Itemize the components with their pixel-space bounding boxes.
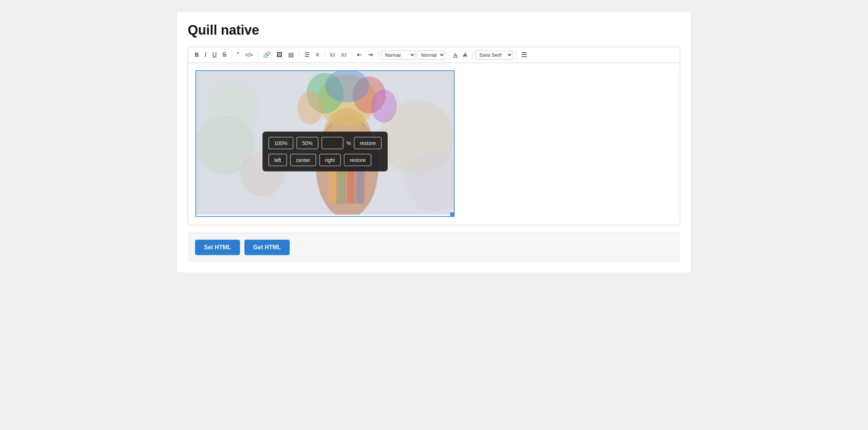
font-family-select[interactable]: Sans Serif Serif Monospace: [475, 50, 513, 60]
editor-content[interactable]: 100% 50% % restore left center right res…: [188, 63, 680, 225]
font-bg-color-button[interactable]: Ā: [461, 51, 469, 59]
separator-5: [352, 51, 352, 59]
link-button[interactable]: 🔗: [261, 50, 273, 59]
code-button[interactable]: </>: [243, 51, 255, 59]
size-50-button[interactable]: 50%: [296, 137, 318, 149]
indent-increase-button[interactable]: ⇥: [366, 50, 375, 59]
percent-label: %: [346, 140, 351, 146]
set-html-button[interactable]: Set HTML: [195, 240, 240, 255]
align-right-button[interactable]: right: [319, 154, 341, 166]
italic-button[interactable]: I: [202, 50, 209, 59]
separator-6: [378, 51, 378, 59]
bullet-list-button[interactable]: ≡: [313, 50, 321, 59]
align-button[interactable]: ☰: [519, 50, 529, 60]
image-toolbar-size-row: 100% 50% % restore: [268, 137, 382, 149]
separator-3: [299, 51, 299, 59]
page-container: Quill native B I U S “ </> 🔗 🖼 ▤ ☰ ≡ X2 …: [176, 11, 692, 273]
font-color-button[interactable]: A: [451, 51, 459, 59]
underline-button[interactable]: U: [210, 50, 219, 59]
blockquote-button[interactable]: “: [235, 50, 241, 60]
align-center-button[interactable]: center: [290, 154, 316, 166]
separator-2: [258, 51, 258, 59]
ordered-list-button[interactable]: ☰: [302, 50, 312, 59]
separator-4: [324, 51, 325, 59]
separator-1: [232, 51, 232, 59]
image-toolbar: 100% 50% % restore left center right res…: [262, 132, 388, 172]
image-container: 100% 50% % restore left center right res…: [195, 70, 455, 217]
bottom-bar: Set HTML Get HTML: [188, 233, 680, 262]
indent-decrease-button[interactable]: ⇤: [355, 50, 364, 59]
separator-7: [448, 51, 448, 59]
align-left-button[interactable]: left: [268, 154, 287, 166]
toolbar: B I U S “ </> 🔗 🖼 ▤ ☰ ≡ X2 X2 ⇤ ⇥ Normal: [188, 47, 680, 63]
heading-select[interactable]: Normal Heading 1 Heading 2 Heading 3: [381, 50, 416, 60]
align-restore-button[interactable]: restore: [344, 154, 372, 166]
strikethrough-button[interactable]: S: [220, 50, 229, 59]
editor-wrapper: B I U S “ </> 🔗 🖼 ▤ ☰ ≡ X2 X2 ⇤ ⇥ Normal: [188, 47, 680, 225]
bold-button[interactable]: B: [193, 50, 201, 59]
page-title: Quill native: [188, 22, 680, 38]
size-select[interactable]: Normal Small Large Huge: [417, 50, 445, 60]
subscript-button[interactable]: X2: [328, 51, 338, 59]
size-100-button[interactable]: 100%: [268, 137, 293, 149]
separator-8: [472, 51, 472, 59]
superscript-button[interactable]: X2: [339, 51, 349, 59]
image-button[interactable]: 🖼: [274, 50, 285, 59]
video-button[interactable]: ▤: [286, 50, 296, 59]
get-html-button[interactable]: Get HTML: [244, 240, 290, 255]
image-toolbar-align-row: left center right restore: [268, 154, 382, 166]
image-resize-handle[interactable]: [450, 212, 454, 216]
separator-9: [516, 51, 516, 59]
size-restore-button[interactable]: restore: [354, 137, 382, 149]
size-custom-input[interactable]: [321, 137, 343, 149]
